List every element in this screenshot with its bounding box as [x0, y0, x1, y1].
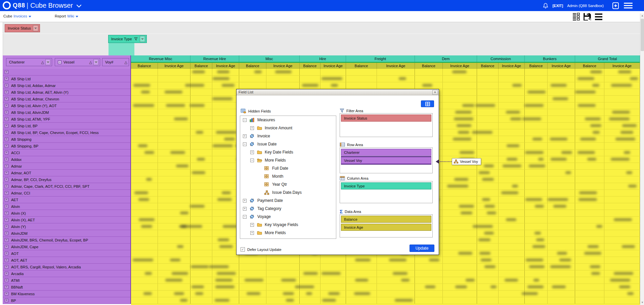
expand-icon[interactable]: +	[5, 272, 8, 275]
exit-link[interactable]: [EXIT]	[552, 4, 563, 8]
filter-chip-dropdown[interactable]	[33, 25, 38, 31]
expand-icon[interactable]: +	[5, 84, 8, 87]
expand-icon[interactable]: +	[5, 225, 8, 228]
vessel-header[interactable]: − Vessel △	[55, 58, 100, 66]
user-label[interactable]: Admin (Q88 Sandbox)	[567, 4, 604, 8]
expand-icon[interactable]: +	[5, 104, 8, 107]
expand-icon[interactable]: +	[5, 131, 8, 134]
expand-icon[interactable]: +	[5, 265, 8, 269]
defer-layout-update[interactable]: ✓ Defer Layout Update	[241, 247, 282, 252]
expand-icon[interactable]: +	[5, 211, 8, 215]
charterer-filter-dropdown[interactable]	[45, 59, 50, 65]
tree-item-key-voyage-fields[interactable]: +Key Voyage Fields	[240, 221, 336, 229]
close-icon[interactable]: ✕	[432, 90, 438, 95]
tree-item-key-date-fields[interactable]: +Key Date Fields	[240, 148, 336, 156]
voy-header[interactable]: Voy# △	[102, 58, 129, 66]
area-chip-charterer[interactable]: Charterer	[341, 149, 431, 156]
tree-item-tag-category[interactable]: +Tag Category	[240, 205, 336, 213]
expand-icon[interactable]: +	[5, 77, 8, 81]
dialog-title-bar[interactable]: Field List ✕	[237, 89, 439, 95]
area-chip-invoice-status[interactable]: Invoice Status	[341, 115, 431, 122]
tree-item-invoice-amount[interactable]: +Invoice Amount	[240, 124, 336, 132]
expand-icon[interactable]: +	[5, 278, 8, 282]
area-chip-invoice-type[interactable]: Invoice Type	[341, 182, 431, 189]
tree-item-month[interactable]: Month	[240, 172, 336, 180]
expand-icon[interactable]: +	[5, 158, 8, 161]
column-chip-dropdown[interactable]	[140, 36, 145, 42]
expand-icon[interactable]: +	[5, 171, 8, 175]
expand-icon[interactable]: +	[5, 117, 8, 121]
expand-icon[interactable]: +	[250, 231, 254, 235]
collapse-icon[interactable]: −	[243, 215, 247, 219]
collapse-icon[interactable]: −	[243, 142, 247, 146]
tree-item-payment-date[interactable]: +Payment Date	[240, 197, 336, 205]
new-report-icon[interactable]	[612, 2, 620, 10]
area-chip-balance[interactable]: Balance	[341, 216, 431, 223]
collapse-icon[interactable]: −	[243, 118, 247, 122]
collapse-icon[interactable]: −	[250, 159, 254, 162]
layout-selector-button[interactable]	[421, 100, 434, 107]
grid-menu-icon[interactable]	[594, 13, 603, 21]
expand-icon[interactable]: +	[5, 198, 8, 202]
expand-icon[interactable]: +	[243, 207, 247, 211]
expand-icon[interactable]: +	[5, 70, 8, 74]
tree-item-year-qtr[interactable]: Year Qtr	[240, 180, 336, 188]
tree-item-full-date[interactable]: Full Date	[240, 164, 336, 172]
area-chip-invoice-age[interactable]: Invoice Age	[341, 224, 431, 231]
column-chip-invoice-type[interactable]: Invoice Type	[108, 35, 147, 43]
expand-icon[interactable]: +	[5, 292, 8, 296]
expand-icon[interactable]: +	[5, 218, 8, 222]
checkbox-checked-icon[interactable]: ✓	[241, 247, 245, 252]
expand-icon[interactable]: +	[5, 144, 8, 148]
scroll-up-icon[interactable]: ▲	[640, 13, 644, 18]
update-button[interactable]: Update	[410, 245, 434, 252]
scroll-down-icon[interactable]: ▼	[640, 300, 644, 305]
cube-selector[interactable]: Invoices	[13, 14, 27, 18]
expand-icon[interactable]: +	[5, 164, 8, 168]
bell-icon[interactable]	[543, 3, 548, 9]
scrollbar-thumb[interactable]	[641, 19, 644, 51]
tree-item-invoice[interactable]: +Invoice	[240, 132, 336, 140]
collapse-icon[interactable]: −	[58, 60, 61, 64]
filter-chip-invoice-status[interactable]: Invoice Status	[5, 24, 40, 32]
tree-item-issue-date[interactable]: −Issue Date	[240, 140, 336, 148]
area-chip-vessel-voy[interactable]: Vessel Voy	[341, 157, 431, 164]
expand-icon[interactable]: +	[5, 258, 8, 262]
filter-area-box[interactable]: Invoice Status	[340, 113, 433, 137]
expand-icon[interactable]: +	[5, 191, 8, 195]
expand-icon[interactable]: +	[5, 238, 8, 242]
row-area-box[interactable]: ChartererVessel Voy	[340, 147, 433, 173]
charterer-header[interactable]: Charterer △	[6, 58, 52, 66]
expand-icon[interactable]: +	[250, 223, 254, 227]
expand-icon[interactable]: +	[250, 126, 254, 130]
chevron-down-icon[interactable]	[76, 4, 82, 8]
expand-icon[interactable]: +	[5, 111, 8, 114]
expand-icon[interactable]: +	[5, 205, 8, 208]
menu-icon[interactable]	[624, 3, 633, 8]
expand-icon[interactable]: +	[5, 90, 8, 94]
expand-icon[interactable]: +	[5, 137, 8, 141]
cube-chevron-icon[interactable]	[29, 16, 31, 17]
data-area-box[interactable]: BalanceInvoice Age	[340, 214, 433, 237]
tree-item-voyage[interactable]: −Voyage	[240, 213, 336, 221]
expand-icon[interactable]: +	[5, 124, 8, 128]
expand-icon[interactable]: +	[5, 178, 8, 181]
expand-icon[interactable]: +	[243, 199, 247, 203]
expand-icon[interactable]: +	[5, 151, 8, 155]
field-list-icon[interactable]	[572, 12, 580, 21]
report-selector[interactable]: Wiki	[67, 14, 74, 18]
expand-icon[interactable]: +	[250, 150, 254, 154]
expand-icon[interactable]: +	[5, 299, 8, 302]
expand-icon[interactable]: +	[5, 231, 8, 235]
tree-item-issue-date-days[interactable]: Issue Date.Days	[240, 188, 336, 197]
vessel-filter-dropdown[interactable]	[93, 59, 98, 65]
expand-icon[interactable]: +	[5, 245, 8, 249]
expand-icon[interactable]: +	[243, 134, 247, 138]
tree-item-more-fields[interactable]: +More Fields	[240, 229, 336, 237]
tree-item-more-fields[interactable]: −More Fields	[240, 156, 336, 164]
column-area-box[interactable]: Invoice Type	[340, 181, 433, 203]
save-icon[interactable]	[583, 12, 592, 21]
expand-icon[interactable]: +	[5, 252, 8, 255]
report-chevron-icon[interactable]	[76, 16, 78, 17]
vertical-scrollbar[interactable]: ▲ ▼	[640, 13, 644, 305]
